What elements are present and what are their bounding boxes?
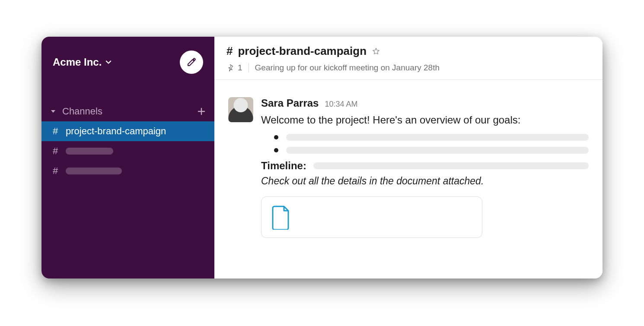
workspace-header: Acme Inc. (41, 44, 214, 87)
placeholder-bar (286, 147, 589, 154)
timeline-label: Timeline: (261, 160, 306, 172)
message-list: Sara Parras 10:34 AM Welcome to the proj… (214, 80, 603, 248)
hash-icon: # (51, 165, 60, 177)
caret-down-icon (50, 108, 56, 114)
bullet-list (274, 134, 589, 154)
message-time: 10:34 AM (325, 100, 357, 109)
app-frame: Acme Inc. Channels # project-brand-campa… (41, 37, 603, 279)
timeline-row: Timeline: (261, 160, 589, 172)
channel-item-project-brand-campaign[interactable]: # project-brand-campaign (41, 121, 214, 141)
divider (249, 63, 249, 73)
bullet-item (274, 147, 589, 154)
message: Sara Parras 10:34 AM Welcome to the proj… (228, 97, 589, 238)
channel-topic[interactable]: Gearing up for our kickoff meeting on Ja… (255, 63, 440, 73)
star-icon[interactable] (372, 47, 380, 56)
main-pane: # project-brand-campaign 1 Gearing up fo… (214, 37, 603, 279)
compose-icon (186, 57, 197, 67)
sidebar: Acme Inc. Channels # project-brand-campa… (41, 37, 214, 279)
document-icon (271, 205, 292, 230)
channel-name: project-brand-campaign (66, 126, 166, 137)
pin-icon (226, 64, 234, 72)
placeholder-bar (66, 148, 113, 155)
bullet-dot-icon (274, 135, 278, 139)
channel-meta: 1 Gearing up for our kickoff meeting on … (226, 63, 590, 73)
plus-icon (197, 107, 206, 116)
workspace-name: Acme Inc. (53, 56, 102, 68)
message-author[interactable]: Sara Parras (261, 97, 319, 109)
hash-icon: # (51, 146, 60, 157)
hash-icon: # (226, 44, 233, 58)
channel-header: # project-brand-campaign 1 Gearing up fo… (214, 37, 603, 80)
attachment-meta (301, 215, 370, 220)
pinned-button[interactable]: 1 (226, 63, 242, 73)
bullet-dot-icon (274, 148, 278, 152)
avatar[interactable] (228, 97, 253, 122)
message-content: Sara Parras 10:34 AM Welcome to the proj… (261, 97, 589, 238)
message-note: Check out all the details in the documen… (261, 175, 589, 187)
channels-section-header[interactable]: Channels (41, 101, 214, 121)
channel-item-placeholder[interactable]: # (41, 141, 214, 161)
channel-title[interactable]: project-brand-campaign (238, 44, 367, 58)
hash-icon: # (51, 126, 60, 137)
compose-button[interactable] (180, 51, 203, 74)
add-channel-button[interactable] (197, 107, 206, 116)
channel-item-placeholder[interactable]: # (41, 161, 214, 181)
message-text-intro: Welcome to the project! Here's an overvi… (261, 112, 589, 128)
chevron-down-icon (105, 59, 112, 66)
channels-section-label: Channels (62, 106, 102, 117)
file-attachment[interactable] (261, 196, 482, 238)
placeholder-bar (286, 134, 589, 141)
placeholder-bar (66, 168, 122, 174)
pinned-count: 1 (238, 63, 242, 73)
workspace-switcher[interactable]: Acme Inc. (53, 56, 112, 68)
placeholder-bar (313, 162, 589, 169)
bullet-item (274, 134, 589, 141)
